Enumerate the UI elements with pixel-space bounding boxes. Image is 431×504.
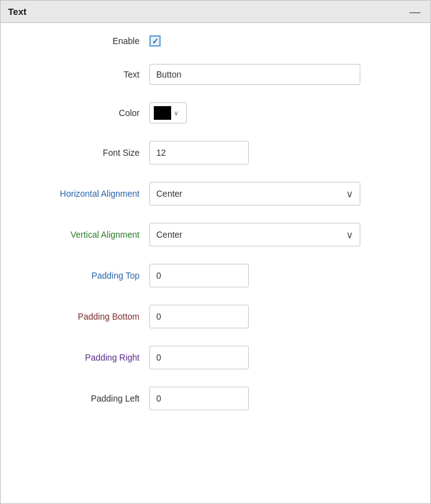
text-row: Text [25, 64, 406, 85]
color-row: Color ∨ [25, 102, 406, 124]
vertical-alignment-label: Vertical Alignment [25, 230, 149, 240]
horizontal-alignment-label: Horizontal Alignment [25, 189, 149, 199]
padding-right-row: Padding Right ▲ ▼ [25, 346, 406, 369]
padding-left-label: Padding Left [25, 394, 149, 403]
text-label: Text [25, 70, 149, 79]
horizontal-alignment-control: Center ∨ [149, 182, 406, 205]
color-control: ∨ [149, 102, 406, 124]
minimize-button[interactable]: — [407, 6, 423, 17]
padding-top-input[interactable] [150, 264, 249, 287]
text-input[interactable] [149, 64, 360, 85]
color-swatch [154, 106, 171, 120]
font-size-control: ▲ ▼ [149, 141, 406, 164]
font-size-spinner: ▲ ▼ [149, 141, 249, 164]
padding-bottom-spinner: ▲ ▼ [149, 305, 249, 328]
enable-checkbox[interactable]: ✓ [149, 35, 161, 47]
enable-label: Enable [25, 36, 149, 46]
horizontal-alignment-value: Center [156, 189, 182, 199]
padding-top-row: Padding Top ▲ ▼ [25, 264, 406, 287]
checkbox-check-icon: ✓ [152, 37, 159, 46]
padding-top-label: Padding Top [25, 271, 149, 281]
font-size-row: Font Size ▲ ▼ [25, 141, 406, 164]
padding-top-control: ▲ ▼ [149, 264, 406, 287]
enable-row: Enable ✓ [25, 35, 406, 47]
color-picker[interactable]: ∨ [149, 102, 187, 124]
enable-control: ✓ [149, 35, 406, 47]
horizontal-alignment-arrow-icon: ∨ [346, 188, 353, 200]
horizontal-alignment-dropdown[interactable]: Center ∨ [149, 182, 360, 205]
enable-checkbox-wrapper: ✓ [149, 35, 406, 47]
font-size-input[interactable] [150, 142, 249, 164]
form-content: Enable ✓ Text Color ∨ [1, 23, 430, 503]
vertical-alignment-dropdown[interactable]: Center ∨ [149, 223, 360, 246]
color-label: Color [25, 108, 149, 118]
horizontal-alignment-row: Horizontal Alignment Center ∨ [25, 182, 406, 205]
padding-left-row: Padding Left ▲ ▼ [25, 387, 406, 410]
padding-bottom-input[interactable] [150, 305, 249, 328]
padding-left-spinner: ▲ ▼ [149, 387, 249, 410]
padding-bottom-row: Padding Bottom ▲ ▼ [25, 305, 406, 328]
vertical-alignment-value: Center [156, 230, 182, 240]
padding-right-input[interactable] [150, 346, 249, 369]
color-dropdown-arrow-icon: ∨ [174, 109, 179, 117]
font-size-label: Font Size [25, 148, 149, 158]
padding-left-input[interactable] [150, 387, 249, 410]
padding-bottom-control: ▲ ▼ [149, 305, 406, 328]
title-bar: Text — [1, 1, 430, 23]
padding-top-spinner: ▲ ▼ [149, 264, 249, 287]
padding-right-label: Padding Right [25, 353, 149, 362]
padding-bottom-label: Padding Bottom [25, 312, 149, 322]
padding-right-control: ▲ ▼ [149, 346, 406, 369]
window-title: Text [8, 6, 27, 17]
vertical-alignment-control: Center ∨ [149, 223, 406, 246]
text-panel: Text — Enable ✓ Text Color [0, 0, 431, 504]
padding-left-control: ▲ ▼ [149, 387, 406, 410]
padding-right-spinner: ▲ ▼ [149, 346, 249, 369]
vertical-alignment-row: Vertical Alignment Center ∨ [25, 223, 406, 246]
text-control [149, 64, 406, 85]
vertical-alignment-arrow-icon: ∨ [346, 229, 353, 241]
